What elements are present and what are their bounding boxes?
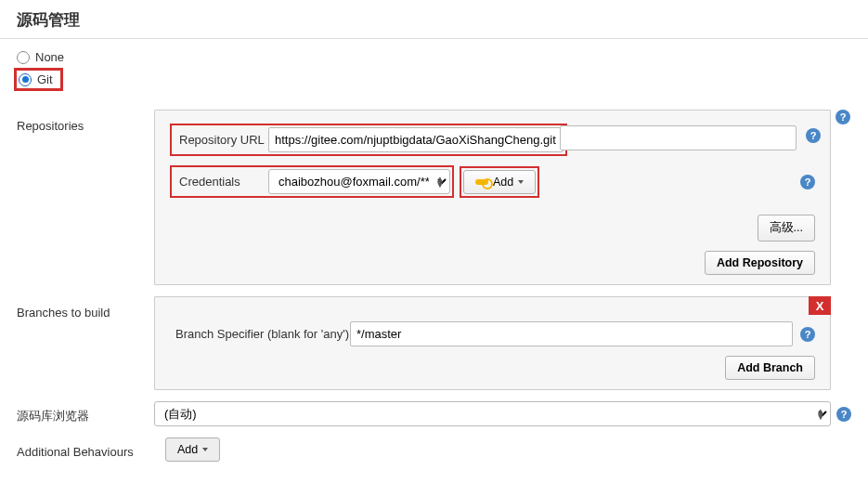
repo-url-input-remainder[interactable] bbox=[560, 125, 797, 150]
repositories-label: Repositories bbox=[17, 110, 154, 133]
repo-url-input[interactable] bbox=[268, 127, 564, 152]
help-icon[interactable]: ? bbox=[836, 110, 850, 124]
add-behaviour-label: Add bbox=[177, 443, 198, 456]
repositories-panel: ? Repository URL ? Credentials bbox=[154, 110, 831, 285]
scm-option-git[interactable]: Git bbox=[14, 68, 63, 91]
add-repository-button[interactable]: Add Repository bbox=[705, 251, 815, 275]
add-behaviour-button[interactable]: Add bbox=[165, 437, 220, 462]
help-icon[interactable]: ? bbox=[800, 175, 815, 189]
highlight-repo-url: Repository URL bbox=[170, 124, 567, 156]
caret-down-icon bbox=[518, 180, 524, 184]
repo-browser-select[interactable]: (自动) bbox=[154, 401, 831, 426]
section-header-scm: 源码管理 bbox=[0, 0, 868, 39]
branch-specifier-label: Branch Specifier (blank for 'any') bbox=[170, 327, 350, 341]
remove-branch-button[interactable]: X bbox=[809, 296, 831, 315]
help-icon[interactable]: ? bbox=[800, 327, 815, 342]
credentials-label: Credentials bbox=[174, 175, 268, 189]
advanced-button[interactable]: 高级... bbox=[758, 215, 815, 242]
add-credentials-button[interactable]: Add bbox=[463, 170, 536, 194]
radio-icon-unchecked bbox=[17, 51, 30, 64]
scm-option-none[interactable]: None bbox=[17, 46, 851, 68]
repo-browser-label: 源码库浏览器 bbox=[17, 404, 154, 424]
add-cred-label: Add bbox=[493, 176, 513, 189]
scm-none-label: None bbox=[35, 50, 64, 64]
branch-specifier-input[interactable] bbox=[350, 321, 793, 346]
branches-label: Branches to build bbox=[17, 296, 154, 320]
additional-behaviours-label: Additional Behaviours bbox=[17, 441, 165, 459]
help-icon[interactable]: ? bbox=[836, 407, 851, 422]
highlight-add-cred: Add bbox=[460, 166, 539, 198]
credentials-select[interactable]: chaibozhou@foxmail.com/****** bbox=[268, 169, 450, 194]
branches-panel: X Branch Specifier (blank for 'any') ? A… bbox=[154, 296, 831, 390]
scm-git-label: Git bbox=[37, 72, 53, 86]
add-branch-button[interactable]: Add Branch bbox=[725, 356, 815, 380]
caret-down-icon bbox=[202, 448, 208, 451]
help-icon[interactable]: ? bbox=[806, 128, 821, 143]
repo-url-label: Repository URL bbox=[174, 133, 268, 147]
radio-icon-checked bbox=[19, 73, 32, 86]
key-icon bbox=[475, 179, 488, 185]
highlight-credentials: Credentials chaibozhou@foxmail.com/*****… bbox=[170, 165, 454, 198]
